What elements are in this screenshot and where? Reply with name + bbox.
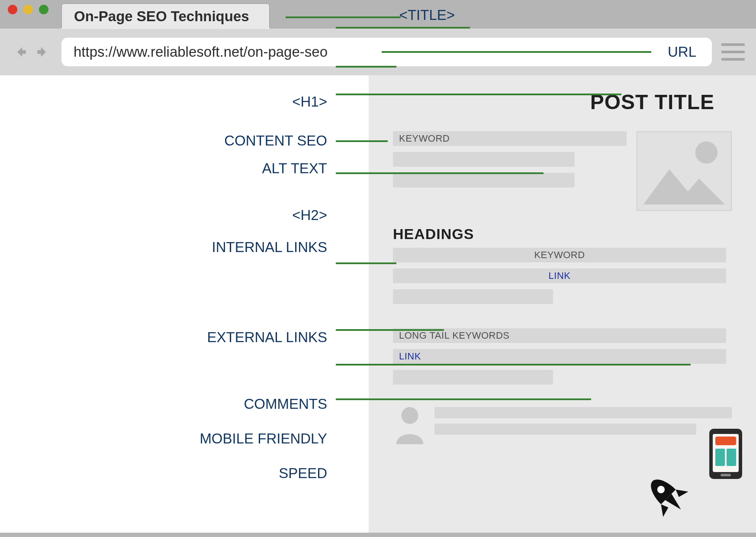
internal-link-text: LINK — [549, 270, 571, 281]
tab-title: On-Page SEO Techniques — [74, 8, 249, 25]
label-external-links: EXTERNAL LINKS — [207, 329, 327, 346]
content-bar-2 — [393, 152, 575, 167]
address-bar-row: https://www.reliablesoft.net/on-page-seo… — [0, 29, 756, 75]
connector-h2 — [336, 140, 388, 142]
keyword-text: KEYWORD — [399, 133, 450, 144]
title-bar: On-Page SEO Techniques <TITLE> — [0, 0, 756, 29]
comment-bar-2 — [434, 424, 696, 435]
forward-button[interactable] — [34, 43, 52, 61]
page-column: POST TITLE KEYWORD HEADIN — [369, 75, 756, 533]
svg-rect-6 — [715, 449, 725, 466]
label-h2: <H2> — [292, 207, 327, 223]
comment-row — [393, 404, 732, 444]
label-h1: <H1> — [292, 94, 327, 110]
connector-mobile — [336, 364, 691, 366]
connector-title — [286, 16, 401, 18]
body-bar-3 — [393, 370, 553, 385]
connector-extlinks — [336, 262, 396, 264]
browser-tab[interactable]: On-Page SEO Techniques — [61, 3, 270, 29]
content-area: <H1> CONTENT SEO ALT TEXT <H2> INTERNAL … — [0, 75, 756, 533]
svg-rect-7 — [727, 449, 736, 466]
label-comments: COMMENTS — [244, 396, 328, 412]
connector-h1 — [336, 27, 470, 29]
url-text: https://www.reliablesoft.net/on-page-seo — [74, 44, 328, 60]
connector-url — [382, 51, 651, 53]
longtail-text: LONG TAIL KEYWORDS — [399, 330, 510, 341]
section-headings: KEYWORD LINK — [393, 248, 732, 304]
image-placeholder-icon — [637, 131, 732, 211]
window-zoom-icon[interactable] — [39, 5, 48, 14]
label-column: <H1> CONTENT SEO ALT TEXT <H2> INTERNAL … — [0, 75, 369, 533]
heading-bar-3 — [393, 289, 553, 304]
window-controls — [8, 0, 61, 29]
keyword2-text: KEYWORD — [534, 249, 585, 261]
nav-buttons — [11, 43, 52, 61]
avatar-icon — [393, 404, 427, 444]
svg-point-2 — [402, 407, 418, 424]
heading-bar-link: LINK — [393, 268, 726, 283]
label-internal-links: INTERNAL LINKS — [212, 239, 327, 256]
window-minimize-icon[interactable] — [23, 5, 33, 14]
connector-content — [336, 66, 396, 68]
svg-rect-5 — [715, 437, 736, 445]
connector-comments — [336, 329, 444, 331]
url-bar[interactable]: https://www.reliablesoft.net/on-page-seo… — [61, 38, 712, 66]
section-body: LONG TAIL KEYWORDS LINK — [393, 328, 732, 385]
headings-text: HEADINGS — [393, 226, 732, 243]
connector-speed — [336, 398, 591, 400]
rocket-icon — [643, 472, 691, 520]
footer-strip — [0, 533, 756, 537]
label-content-seo: CONTENT SEO — [224, 133, 327, 149]
svg-rect-8 — [721, 474, 731, 476]
comment-bar-1 — [434, 407, 732, 418]
external-link-text: LINK — [399, 351, 421, 362]
heading-bar-keyword: KEYWORD — [393, 248, 726, 262]
diagram-frame: On-Page SEO Techniques <TITLE> https://w… — [0, 0, 756, 537]
window-close-icon[interactable] — [8, 5, 17, 14]
annotation-title: <TITLE> — [399, 7, 455, 23]
annotation-url: URL — [668, 44, 696, 60]
mobile-icon — [708, 428, 743, 480]
connector-intlinks — [336, 172, 544, 174]
content-bar-keyword: KEYWORD — [393, 131, 627, 146]
back-button[interactable] — [11, 43, 29, 61]
content-bar-3 — [393, 173, 575, 188]
comment-bars — [434, 404, 732, 435]
label-mobile: MOBILE FRIENDLY — [199, 430, 327, 447]
label-speed: SPEED — [279, 465, 327, 482]
svg-point-1 — [695, 141, 717, 163]
menu-button[interactable] — [721, 43, 745, 61]
body-bar-link: LINK — [393, 349, 726, 364]
connector-alt — [336, 94, 621, 95]
label-alt-text: ALT TEXT — [262, 160, 327, 177]
